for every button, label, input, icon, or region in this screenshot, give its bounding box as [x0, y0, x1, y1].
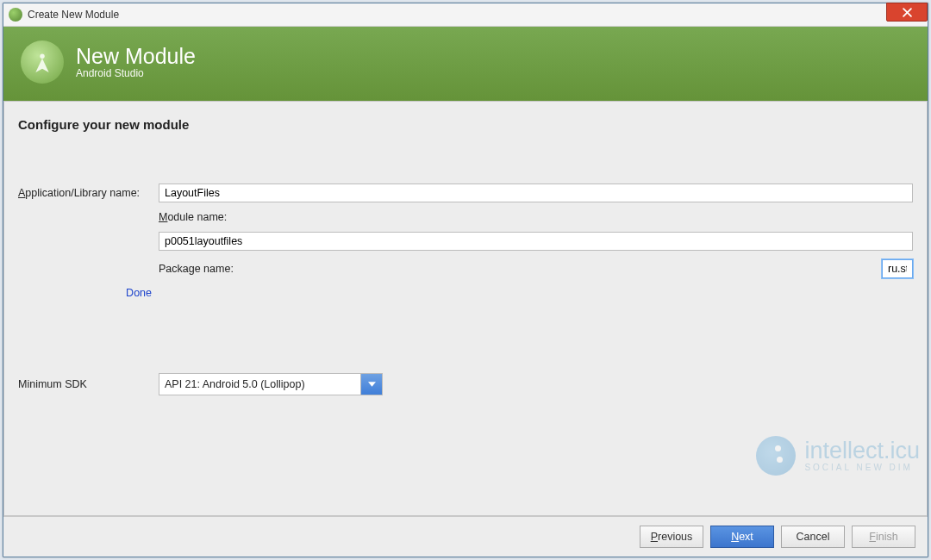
- package-name-label: Package name:: [159, 263, 875, 275]
- dialog-window: Create New Module New Module Android Stu…: [3, 3, 928, 557]
- watermark-subtext: SOCIAL NEW DIM: [804, 463, 920, 472]
- svg-point-0: [40, 53, 44, 58]
- compass-icon: [28, 47, 57, 77]
- done-link[interactable]: Done: [18, 287, 152, 299]
- window-title: Create New Module: [28, 9, 119, 21]
- app-icon: [9, 8, 22, 22]
- previous-button[interactable]: Previous: [640, 526, 703, 548]
- dialog-body: Configure your new module Application/Li…: [3, 102, 928, 516]
- banner-heading: New Module: [76, 45, 196, 67]
- app-name-label: Application/Library name:: [18, 187, 152, 199]
- package-name-input[interactable]: [882, 259, 913, 278]
- banner: New Module Android Studio: [3, 27, 928, 102]
- next-button[interactable]: Next: [710, 526, 774, 548]
- form: Application/Library name: Module name: P…: [18, 184, 913, 299]
- chevron-down-icon: [368, 382, 376, 387]
- cancel-button[interactable]: Cancel: [781, 526, 845, 548]
- dialog-footer: Previous Next Cancel Finish: [3, 516, 928, 557]
- banner-subheading: Android Studio: [76, 67, 196, 79]
- title-bar: Create New Module: [3, 3, 928, 27]
- watermark-logo: [756, 436, 796, 476]
- watermark: intellect.icu SOCIAL NEW DIM: [756, 436, 920, 476]
- dropdown-arrow: [360, 374, 382, 395]
- module-name-input[interactable]: [159, 232, 913, 251]
- close-button[interactable]: [886, 3, 928, 22]
- section-title: Configure your new module: [18, 117, 913, 132]
- android-studio-logo: [21, 40, 64, 84]
- finish-button: Finish: [852, 526, 915, 548]
- minimum-sdk-label: Minimum SDK: [18, 378, 152, 390]
- module-name-label: Module name:: [159, 211, 875, 223]
- app-name-input[interactable]: [159, 184, 913, 202]
- close-icon: [903, 8, 912, 17]
- sdk-row: Minimum SDK API 21: Android 5.0 (Lollipo…: [18, 373, 913, 395]
- minimum-sdk-select[interactable]: API 21: Android 5.0 (Lollipop): [159, 373, 383, 395]
- watermark-text: intellect.icu: [804, 439, 920, 463]
- minimum-sdk-value: API 21: Android 5.0 (Lollipop): [159, 374, 360, 395]
